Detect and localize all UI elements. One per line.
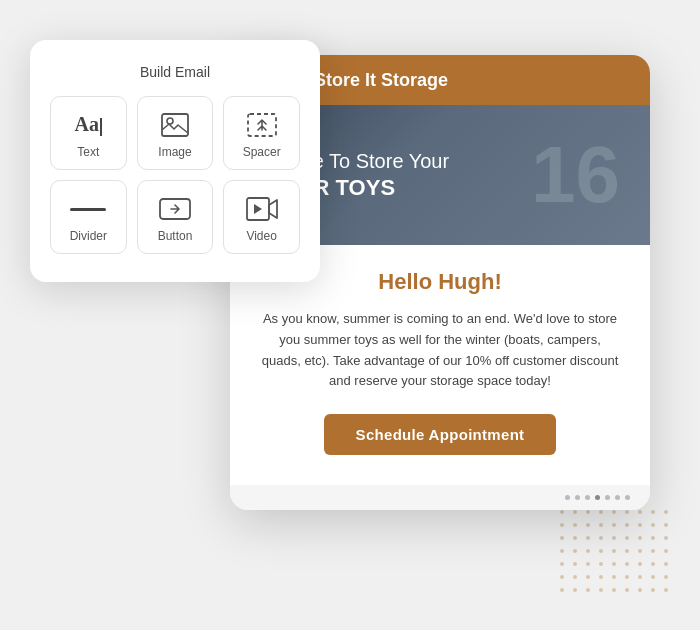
video-label: Video <box>246 229 276 243</box>
dot <box>573 523 577 527</box>
dot <box>612 523 616 527</box>
schedule-appointment-button[interactable]: Schedule Appointment <box>324 414 557 455</box>
dot <box>651 536 655 540</box>
dot <box>664 510 668 514</box>
dot <box>625 575 629 579</box>
build-item-divider[interactable]: Divider <box>50 180 127 254</box>
dot <box>560 523 564 527</box>
dot <box>560 549 564 553</box>
nav-dot-4 <box>595 495 600 500</box>
dot <box>586 510 590 514</box>
dot <box>651 588 655 592</box>
divider-icon <box>70 195 106 223</box>
dot <box>586 549 590 553</box>
build-item-video[interactable]: Video <box>223 180 300 254</box>
dot <box>612 575 616 579</box>
dot <box>638 549 642 553</box>
hero-number: 16 <box>531 135 620 215</box>
text-icon: Aa <box>75 111 102 139</box>
dot <box>625 536 629 540</box>
nav-dot-1 <box>565 495 570 500</box>
dot <box>664 549 668 553</box>
dot <box>586 523 590 527</box>
svg-marker-5 <box>254 204 262 214</box>
dot <box>625 523 629 527</box>
nav-dot-5 <box>605 495 610 500</box>
dot <box>651 575 655 579</box>
dot <box>612 562 616 566</box>
dot <box>599 562 603 566</box>
dot <box>573 588 577 592</box>
scene: Build Email Aa Text Image <box>0 0 700 630</box>
dot <box>573 549 577 553</box>
nav-dot-7 <box>625 495 630 500</box>
dot <box>651 510 655 514</box>
dot <box>599 523 603 527</box>
dot <box>625 549 629 553</box>
dot <box>625 510 629 514</box>
dot <box>638 536 642 540</box>
email-footer <box>230 485 650 510</box>
dot <box>638 588 642 592</box>
dot <box>573 510 577 514</box>
dot <box>664 588 668 592</box>
spacer-icon <box>247 111 277 139</box>
dot <box>560 588 564 592</box>
dot <box>664 575 668 579</box>
dot-grid-decoration <box>560 510 680 600</box>
build-item-text[interactable]: Aa Text <box>50 96 127 170</box>
dot <box>664 536 668 540</box>
button-label: Button <box>158 229 193 243</box>
image-label: Image <box>158 145 191 159</box>
dot <box>599 575 603 579</box>
build-grid: Aa Text Image <box>50 96 300 254</box>
dot <box>599 510 603 514</box>
dot <box>560 510 564 514</box>
dot <box>573 562 577 566</box>
dot <box>664 523 668 527</box>
svg-rect-0 <box>162 114 188 136</box>
panel-title: Build Email <box>50 64 300 80</box>
dot <box>612 510 616 514</box>
dot <box>573 575 577 579</box>
build-email-panel: Build Email Aa Text Image <box>30 40 320 282</box>
build-item-button[interactable]: Button <box>137 180 214 254</box>
dot <box>638 510 642 514</box>
dot <box>612 588 616 592</box>
dot <box>638 523 642 527</box>
spacer-label: Spacer <box>243 145 281 159</box>
dot <box>599 536 603 540</box>
dot <box>560 536 564 540</box>
divider-label: Divider <box>70 229 107 243</box>
dot <box>586 536 590 540</box>
dot <box>625 562 629 566</box>
button-icon <box>159 195 191 223</box>
dot <box>599 588 603 592</box>
video-icon <box>246 195 278 223</box>
dot <box>638 575 642 579</box>
dot <box>651 562 655 566</box>
image-icon <box>161 111 189 139</box>
dot <box>612 536 616 540</box>
dot <box>664 562 668 566</box>
dot <box>599 549 603 553</box>
dot <box>612 549 616 553</box>
build-item-image[interactable]: Image <box>137 96 214 170</box>
email-body-text: As you know, summer is coming to an end.… <box>260 309 620 392</box>
nav-dot-2 <box>575 495 580 500</box>
dot <box>638 562 642 566</box>
dot <box>586 575 590 579</box>
dot <box>573 536 577 540</box>
text-label: Text <box>77 145 99 159</box>
nav-dot-3 <box>585 495 590 500</box>
dot <box>651 523 655 527</box>
nav-dot-6 <box>615 495 620 500</box>
dot <box>625 588 629 592</box>
dot <box>560 575 564 579</box>
dot <box>651 549 655 553</box>
dot <box>586 588 590 592</box>
svg-point-1 <box>167 118 173 124</box>
dot <box>560 562 564 566</box>
build-item-spacer[interactable]: Spacer <box>223 96 300 170</box>
dot <box>586 562 590 566</box>
